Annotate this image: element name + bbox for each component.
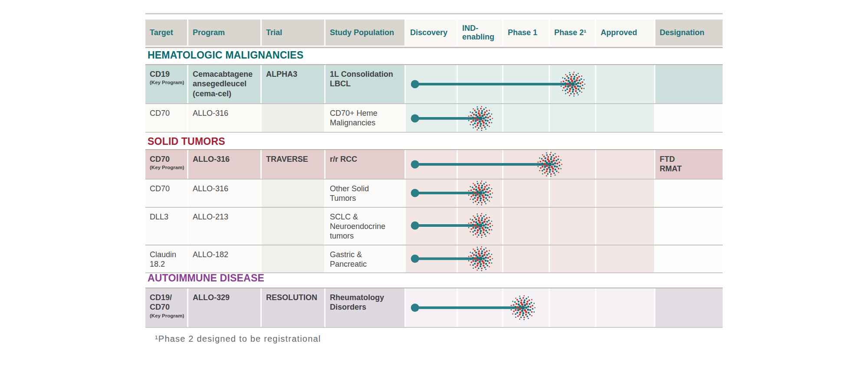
designation-cell (655, 180, 723, 207)
phase-cell-phase-2 (550, 104, 595, 132)
phase-cell-discovery (406, 245, 457, 273)
column-header-discovery: Discovery (406, 20, 457, 46)
study-population-cell: r/r RCC (326, 150, 404, 179)
phase-cell-phase-1 (503, 288, 549, 327)
phase-cell-discovery (406, 288, 457, 327)
phase-cell-phase-1 (503, 245, 549, 273)
phase-cell-ind-enabling (458, 150, 502, 179)
phase-cell-phase-2 (550, 208, 595, 245)
phase-cell-phase-1 (503, 208, 549, 245)
target-label: CD70 (150, 184, 184, 193)
column-header-trial: Trial (262, 20, 324, 46)
study-population-cell: 1L Consolidation LBCL (326, 65, 404, 103)
phase-cell-approved (596, 288, 654, 327)
phase-cell-approved (596, 245, 654, 273)
phase-cell-approved (596, 150, 654, 179)
column-header-row: TargetProgramTrialStudy PopulationDiscov… (145, 20, 723, 46)
section-block-autoimmune-disease: CD19/ CD70(Key Program)ALLO-329RESOLUTIO… (145, 288, 723, 328)
column-header-study-population: Study Population (326, 20, 404, 46)
column-header-designation: Designation (655, 20, 723, 46)
target-cell: CD70 (145, 104, 187, 132)
target-label: CD70 (150, 108, 184, 118)
trial-cell (262, 104, 324, 132)
program-cell: ALLO-316 (188, 180, 260, 207)
phase-cell-phase-1 (503, 104, 549, 132)
phase-cell-discovery (406, 150, 457, 179)
phase-cell-ind-enabling (458, 65, 502, 103)
section-heading-hematologic-malignancies: HEMATOLOGIC MALIGNANCIES (148, 49, 303, 61)
program-cell: ALLO-213 (188, 208, 260, 245)
program-cell: ALLO-316 (188, 104, 260, 132)
phase-cell-approved (596, 208, 654, 245)
phase-cell-ind-enabling (458, 208, 502, 245)
pipeline-row-cd70-heme-malignancies: CD70ALLO-316CD70+ Heme Malignancies (145, 103, 723, 132)
designation-cell (655, 245, 723, 273)
phase-cell-approved (596, 180, 654, 207)
pipeline-row-sclc-neuroendocrine-tumors: DLL3ALLO-213SCLC & Neuroendocrine tumors (145, 207, 723, 245)
column-header-program: Program (188, 20, 260, 46)
key-program-badge: (Key Program) (150, 313, 184, 319)
designation-cell (655, 104, 723, 132)
designation-cell (655, 288, 723, 327)
study-population-cell: Other Solid Tumors (326, 180, 404, 207)
target-label: CD19 (150, 69, 184, 79)
section-block-hematologic-malignancies: CD19(Key Program)Cemacabtagene ansegedle… (145, 64, 723, 133)
column-header-approved: Approved (596, 20, 654, 46)
trial-cell (262, 245, 324, 273)
phase-cell-phase-2 (550, 288, 595, 327)
table-top-border (145, 13, 723, 14)
trial-cell (262, 208, 324, 245)
trial-cell: RESOLUTION (262, 288, 324, 327)
phase-cell-phase-2 (550, 245, 595, 273)
target-cell: CD19(Key Program) (145, 65, 187, 103)
trial-cell: ALPHA3 (262, 65, 324, 103)
target-label: CD70 (150, 154, 184, 164)
phase-cell-ind-enabling (458, 104, 502, 132)
phase-cell-discovery (406, 208, 457, 245)
study-population-cell: Gastric & Pancreatic (326, 245, 404, 273)
column-header-phase-2: Phase 2¹ (550, 20, 595, 46)
study-population-cell: Rheumatology Disorders (326, 288, 404, 327)
study-population-cell: SCLC & Neuroendocrine tumors (326, 208, 404, 245)
phase-cell-approved (596, 104, 654, 132)
study-population-cell: CD70+ Heme Malignancies (326, 104, 404, 132)
trial-cell (262, 180, 324, 207)
phase-cell-phase-1 (503, 65, 549, 103)
target-label: Claudin 18.2 (150, 250, 184, 269)
target-cell: CD70 (145, 180, 187, 207)
phase-cell-discovery (406, 180, 457, 207)
phase-cell-ind-enabling (458, 180, 502, 207)
pipeline-table: TargetProgramTrialStudy PopulationDiscov… (145, 13, 723, 360)
key-program-badge: (Key Program) (150, 79, 184, 85)
phase-cell-phase-2 (550, 180, 595, 207)
column-header-target: Target (145, 20, 187, 46)
pipeline-row-r-r-rcc: CD70(Key Program)ALLO-316TRAVERSEr/r RCC… (145, 150, 723, 179)
target-cell: DLL3 (145, 208, 187, 245)
designation-cell (655, 208, 723, 245)
key-program-badge: (Key Program) (150, 164, 184, 170)
phase-cell-approved (596, 65, 654, 103)
section-block-solid-tumors: CD70(Key Program)ALLO-316TRAVERSEr/r RCC… (145, 149, 723, 273)
pipeline-row-rheumatology-disorders: CD19/ CD70(Key Program)ALLO-329RESOLUTIO… (145, 288, 723, 327)
header-divider (145, 47, 723, 48)
phase-cell-ind-enabling (458, 245, 502, 273)
footnote-text: ¹Phase 2 designed to be registrational (155, 334, 321, 344)
target-cell: Claudin 18.2 (145, 245, 187, 273)
phase-cell-phase-2 (550, 65, 595, 103)
phase-cell-discovery (406, 65, 457, 103)
program-cell: ALLO-316 (188, 150, 260, 179)
target-label: CD19/ CD70 (150, 293, 184, 312)
column-header-phase-1: Phase 1 (503, 20, 549, 46)
column-header-ind-enabling: IND-enabling (458, 20, 502, 46)
section-heading-solid-tumors: SOLID TUMORS (148, 136, 225, 147)
designation-cell: FTD RMAT (655, 150, 723, 179)
phase-cell-phase-1 (503, 150, 549, 179)
target-cell: CD19/ CD70(Key Program) (145, 288, 187, 327)
target-label: DLL3 (150, 212, 184, 222)
program-cell: Cemacabtagene ansegedleucel (cema-cel) (188, 65, 260, 103)
designation-cell (655, 65, 723, 103)
program-cell: ALLO-329 (188, 288, 260, 327)
program-cell: ALLO-182 (188, 245, 260, 273)
trial-cell: TRAVERSE (262, 150, 324, 179)
phase-cell-ind-enabling (458, 288, 502, 327)
